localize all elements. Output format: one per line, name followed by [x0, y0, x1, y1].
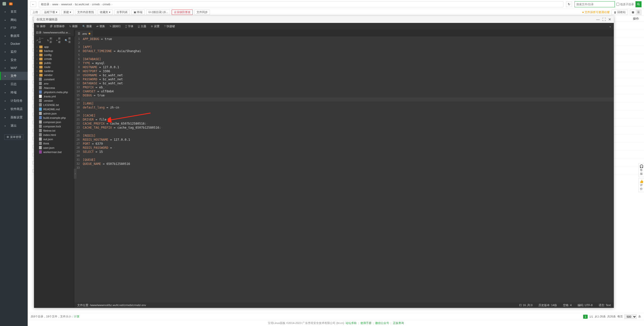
sidebar-item-database[interactable]: ▪数据库	[0, 32, 28, 40]
status-language[interactable]: 语言: Text	[599, 303, 611, 307]
sidebar-item-waf[interactable]: ▪WAF	[0, 64, 28, 72]
page-number[interactable]: 1	[583, 315, 588, 319]
tree-file[interactable]: .htaccess	[34, 86, 74, 90]
search-menu[interactable]: 🔍搜索	[82, 24, 92, 28]
tree-folder-app[interactable]: app	[34, 45, 74, 49]
tree-file[interactable]: .travis.yml	[34, 94, 74, 98]
tree-file[interactable]: LICENSE.txt	[34, 103, 74, 107]
sidebar-item-log[interactable]: ▪日志	[0, 80, 28, 88]
breadcrumb[interactable]: 根目录›www›wwwroot›bz.wuht.net›crmeb›crmeb›	[39, 1, 563, 7]
replace-menu[interactable]: ⇄替换	[96, 24, 105, 28]
sidebar-item-gear[interactable]: ▪面板设置	[0, 113, 28, 122]
tree-new-button[interactable]: +新建	[56, 37, 62, 44]
sidebar-item-monitor[interactable]: ▪监控	[0, 48, 28, 56]
expand-icon[interactable]: ⌄	[609, 25, 611, 28]
status-spaces[interactable]: 空格: 4	[563, 303, 572, 307]
terminal-button[interactable]: ▣终端	[131, 10, 145, 15]
sidebar-item-terminal[interactable]: ▪终端	[0, 88, 28, 97]
sidebar-item-exit[interactable]: ▪退出	[0, 122, 28, 130]
service-tab[interactable]: 🎧客服	[638, 163, 644, 177]
enterprise-tamper-button[interactable]: 企业级防篡改	[172, 10, 193, 15]
menu-manage-button[interactable]: ⚙ 菜单管理	[4, 134, 23, 140]
tree-search-button[interactable]: 🔍搜索	[65, 37, 72, 44]
file-search-button[interactable]: 文件内容查找	[75, 10, 96, 15]
footer-link-wechat[interactable]: 微信公众号	[375, 321, 389, 325]
calc-size-link[interactable]: 计算	[74, 315, 80, 318]
tree-up-button[interactable]: ↗上一级	[36, 37, 45, 44]
crumb-2[interactable]: wwwroot	[61, 3, 72, 6]
tree-folder-crmeb[interactable]: crmeb	[34, 57, 74, 61]
code-area[interactable]: 1234567891011121314151617181920212223242…	[74, 37, 614, 302]
tree-file[interactable]: workerman.bat	[34, 150, 74, 154]
per-page-select[interactable]: 500	[624, 314, 637, 319]
recycle-bin-button[interactable]: 🗑回收站	[612, 10, 628, 15]
tree-folder-runtime[interactable]: runtime	[34, 69, 74, 73]
code-content[interactable]: APP_DEBUG = true··[APP]DEFAULT_TIMEZONE …	[81, 37, 614, 302]
search-input[interactable]	[575, 1, 615, 7]
share-list-button[interactable]: 分享列表	[114, 10, 130, 15]
tree-file[interactable]: .phpstorm.meta.php	[34, 90, 74, 94]
sidebar-item-globe[interactable]: ▪网站	[0, 16, 28, 24]
maximize-button[interactable]: ⛶	[602, 17, 606, 21]
crumb-3[interactable]: bz.wuht.net	[75, 3, 89, 6]
tree-file[interactable]: .version	[34, 98, 74, 103]
sidebar-item-store[interactable]: ▪软件商店	[0, 105, 28, 113]
status-history[interactable]: 历史版本: 14份	[539, 303, 557, 307]
crumb-4[interactable]: crmeb	[92, 3, 100, 6]
tree-file[interactable]: index.html	[34, 133, 74, 137]
tree-folder-vendor[interactable]: vendor	[34, 73, 74, 77]
new-button[interactable]: 新建▾	[61, 10, 73, 15]
alert-badge[interactable]: 0	[9, 3, 13, 5]
status-encoding[interactable]: 编码: UTF-8	[578, 303, 592, 307]
crumb-0[interactable]: 根目录	[41, 3, 49, 6]
tree-file[interactable]: composer.lock	[34, 124, 74, 128]
refresh-menu[interactable]: ↻刷新	[69, 24, 78, 28]
tree-file[interactable]: build.example.php	[34, 116, 74, 120]
tree-refresh-button[interactable]: ↻刷新	[47, 37, 54, 44]
file-sync-button[interactable]: 文件同步	[194, 10, 210, 15]
crumb-1[interactable]: www	[52, 3, 58, 6]
sidebar-item-clock[interactable]: ▪计划任务	[0, 97, 28, 105]
footer-link-forum[interactable]: 论坛求助	[346, 321, 357, 325]
close-button[interactable]: ✕	[608, 17, 611, 21]
grid-view-button[interactable]: ▦	[630, 10, 636, 15]
sidebar-item-folder[interactable]: ▪文件	[0, 72, 28, 80]
list-view-button[interactable]: ☰	[636, 10, 641, 15]
save-all-menu[interactable]: 🗐全部保存	[50, 24, 65, 28]
sidebar-item-ftp[interactable]: ▪FTP	[0, 24, 28, 32]
theme-menu[interactable]: U主题	[138, 24, 146, 28]
sidebar-item-docker[interactable]: ▪Docker	[0, 40, 28, 48]
favorites-button[interactable]: 收藏夹▾	[98, 10, 113, 15]
tree-file[interactable]: .constant	[34, 77, 74, 81]
include-subdir-checkbox[interactable]: 包含子目录	[616, 3, 634, 6]
tree-file[interactable]: out.json	[34, 137, 74, 141]
settings-menu[interactable]: ⚙设置	[151, 24, 160, 28]
remote-download-button[interactable]: 远程下载▾	[42, 10, 60, 15]
footer-link-verify[interactable]: 正版查询	[393, 321, 404, 325]
tree-file[interactable]: .env	[34, 81, 74, 86]
goto-menu[interactable]: ✎跳转行	[109, 24, 121, 28]
editor-tab-env[interactable]: ☰ .env	[75, 30, 93, 37]
shortcut-menu[interactable]: ?快捷键	[164, 24, 175, 28]
status-position[interactable]: 行 16 ,列 0	[519, 303, 533, 307]
search-button[interactable]	[635, 1, 641, 7]
tree-file[interactable]: README.md	[34, 107, 74, 111]
minimize-button[interactable]: —	[596, 17, 600, 21]
tree-file[interactable]: composer.json	[34, 120, 74, 124]
tree-folder-public[interactable]: public	[34, 61, 74, 65]
tree-file[interactable]: user.json	[34, 146, 74, 150]
footer-link-manual[interactable]: 使用手册	[360, 321, 371, 325]
tree-file[interactable]: filetree.txt	[34, 128, 74, 133]
tree-file[interactable]: think	[34, 141, 74, 146]
upload-button[interactable]: 上传	[30, 10, 40, 15]
save-menu[interactable]: 🖫保存	[36, 24, 46, 28]
tree-file[interactable]: admin.json	[34, 111, 74, 116]
review-tab[interactable]: 👍评价	[638, 178, 644, 192]
sidebar-item-home[interactable]: ▪首页	[0, 8, 28, 16]
tree-folder-backup[interactable]: backup	[34, 49, 74, 53]
root-dir-button[interactable]: ⛁/(根目录) (8...	[146, 10, 170, 15]
back-button[interactable]: ←	[30, 2, 36, 7]
sidebar-item-shield[interactable]: ▪安全	[0, 56, 28, 64]
path-refresh-button[interactable]: ↻	[566, 2, 572, 7]
font-menu[interactable]: T字体	[125, 24, 133, 28]
